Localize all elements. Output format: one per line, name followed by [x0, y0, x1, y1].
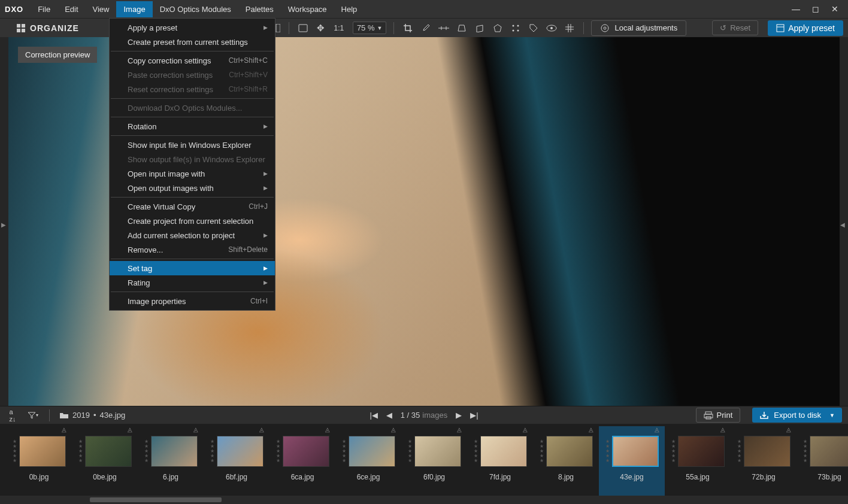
thumbnail[interactable]: ◬★★★★★72b.jpg — [731, 426, 796, 496]
thumbnail[interactable]: ◬★★★★★6.jpg — [138, 426, 204, 496]
grid-overlay-icon[interactable] — [563, 22, 576, 35]
menu-palettes[interactable]: Palettes — [238, 1, 281, 17]
menu-item-open-output-images-with[interactable]: Open output images with▶ — [110, 181, 275, 195]
thumbnail[interactable]: ◬★★★★★0b.jpg — [6, 426, 72, 496]
filmstrip[interactable]: ◬★★★★★0b.jpg◬★★★★★0be.jpg◬★★★★★6.jpg◬★★★… — [0, 424, 848, 496]
menu-item-apply-a-preset[interactable]: Apply a preset▶ — [110, 20, 275, 35]
eye-icon[interactable] — [545, 22, 558, 35]
rating-stars[interactable]: ★★★★★ — [540, 439, 545, 463]
prev-icon[interactable]: ◀ — [386, 411, 392, 420]
thumbnail[interactable]: ◬★★★★★55a.jpg — [665, 426, 731, 496]
last-icon[interactable]: ▶| — [470, 411, 478, 420]
ratio-label[interactable]: 1:1 — [332, 22, 346, 35]
rating-stars[interactable]: ★★★★★ — [737, 439, 743, 463]
thumbnail[interactable]: ◬★★★★★6bf.jpg — [204, 426, 269, 496]
crop-icon[interactable] — [401, 22, 414, 35]
thumbnail[interactable]: ◬★★★★★43e.jpg — [599, 426, 665, 496]
zoom-dropdown[interactable]: 75 % ▼ — [353, 22, 387, 34]
organize-button[interactable]: ORGANIZE — [5, 21, 91, 35]
rating-stars[interactable]: ★★★★★ — [408, 439, 413, 463]
apply-preset-button[interactable]: Apply preset — [768, 20, 843, 36]
svg-rect-2 — [17, 29, 20, 32]
points-icon[interactable] — [509, 22, 522, 35]
menu-item-open-input-image-with[interactable]: Open input image with▶ — [110, 166, 275, 181]
horizon-icon[interactable] — [437, 22, 450, 35]
menu-item-set-tag[interactable]: Set tag▶ — [110, 261, 275, 275]
app-logo: DXO — [5, 5, 23, 14]
menu-item-show-input-file-in-windows-explorer[interactable]: Show input file in Windows Explorer — [110, 138, 275, 152]
left-panel-collapsed[interactable]: ▶ — [0, 37, 8, 406]
menu-edit[interactable]: Edit — [57, 1, 85, 17]
rectangle-tool-icon[interactable] — [473, 22, 486, 35]
eyedropper-icon[interactable] — [419, 22, 432, 35]
menu-item-label: Image properties — [128, 297, 186, 306]
polygon-icon[interactable] — [491, 22, 504, 35]
thumbnail[interactable]: ◬★★★★★8.jpg — [533, 426, 599, 496]
first-icon[interactable]: |◀ — [370, 411, 377, 420]
rating-stars[interactable]: ★★★★★ — [671, 439, 677, 463]
menu-item-rotation[interactable]: Rotation▶ — [110, 119, 275, 133]
close-icon[interactable]: ✕ — [831, 4, 838, 14]
menu-view[interactable]: View — [86, 1, 117, 17]
rating-stars[interactable]: ★★★★★ — [605, 439, 611, 463]
rating-stars[interactable]: ★★★★★ — [276, 439, 281, 463]
thumbnail[interactable]: ◬★★★★★6ca.jpg — [269, 426, 335, 496]
rating-stars[interactable]: ★★★★★ — [144, 439, 150, 463]
reset-button[interactable]: ↺ Reset — [712, 20, 758, 35]
local-adjustments-button[interactable]: Local adjustments — [591, 20, 686, 36]
menu-item-create-project-from-current-selection[interactable]: Create project from current selection — [110, 214, 275, 228]
module-badge-icon: ◬ — [455, 426, 464, 433]
window-controls: — ◻ ✕ — [792, 4, 843, 14]
thumbnail-filename: 8.jpg — [558, 473, 574, 481]
menu-dxo-optics-modules[interactable]: DxO Optics Modules — [153, 1, 238, 17]
menu-item-remove[interactable]: Remove...Shift+Delete — [110, 242, 275, 257]
rating-stars[interactable]: ★★★★★ — [474, 439, 479, 463]
thumbnail[interactable]: ◬★★★★★6ce.jpg — [335, 426, 401, 496]
module-badge-icon: ◬ — [719, 426, 727, 433]
navigation-controls: |◀ ◀ 1 / 35 images ▶ ▶| — [370, 411, 478, 420]
thumbnail[interactable]: ◬★★★★★6f0.jpg — [401, 426, 467, 496]
svg-rect-25 — [704, 414, 713, 418]
horizontal-scrollbar[interactable] — [0, 496, 848, 504]
right-panel-collapsed[interactable]: ◀ — [840, 37, 848, 406]
print-button[interactable]: Print — [696, 408, 741, 423]
local-adjustments-label: Local adjustments — [614, 23, 677, 32]
rating-stars[interactable]: ★★★★★ — [78, 439, 84, 463]
perspective-icon[interactable] — [455, 22, 468, 35]
menu-image[interactable]: Image — [116, 1, 152, 17]
next-icon[interactable]: ▶ — [456, 411, 462, 420]
rating-stars[interactable]: ★★★★★ — [13, 439, 18, 463]
submenu-arrow-icon: ▶ — [264, 25, 268, 31]
menu-item-label: Rating — [128, 278, 150, 287]
tag-icon[interactable] — [527, 22, 540, 35]
fit-icon[interactable] — [296, 22, 310, 35]
sort-icon[interactable]: az↓ — [6, 409, 19, 422]
menu-item-add-current-selection-to-project[interactable]: Add current selection to project▶ — [110, 228, 275, 242]
menu-separator — [111, 117, 274, 117]
thumbnail[interactable]: ◬★★★★★73b.jpg — [796, 426, 848, 496]
export-button[interactable]: Export to disk ▼ — [752, 408, 842, 423]
pan-icon[interactable]: ✥ — [314, 22, 328, 35]
menu-item-rating[interactable]: Rating▶ — [110, 275, 275, 290]
breadcrumb[interactable]: 2019 • 43e.jpg — [59, 411, 125, 420]
menu-item-create-preset-from-current-settings[interactable]: Create preset from current settings — [110, 35, 275, 49]
minimize-icon[interactable]: — — [792, 4, 800, 14]
menu-item-image-properties[interactable]: Image propertiesCtrl+I — [110, 294, 275, 308]
module-badge-icon: ◬ — [653, 426, 661, 433]
scrollbar-thumb[interactable] — [90, 497, 222, 502]
menu-item-create-virtual-copy[interactable]: Create Virtual CopyCtrl+J — [110, 199, 275, 214]
menu-file[interactable]: File — [31, 1, 57, 17]
thumbnail[interactable]: ◬★★★★★0be.jpg — [72, 426, 138, 496]
menu-item-copy-correction-settings[interactable]: Copy correction settingsCtrl+Shift+C — [110, 53, 275, 68]
menu-help[interactable]: Help — [334, 1, 365, 17]
thumbnail-image — [85, 436, 132, 467]
rating-stars[interactable]: ★★★★★ — [803, 439, 808, 463]
rating-stars[interactable]: ★★★★★ — [210, 439, 216, 463]
rating-stars[interactable]: ★★★★★ — [342, 439, 347, 463]
filter-icon[interactable]: ▾ — [26, 409, 40, 422]
thumbnail[interactable]: ◬★★★★★7fd.jpg — [467, 426, 533, 496]
menu-workspace[interactable]: Workspace — [281, 1, 334, 17]
menu-separator — [111, 259, 274, 259]
maximize-icon[interactable]: ◻ — [812, 4, 819, 14]
menu-separator — [111, 292, 274, 292]
